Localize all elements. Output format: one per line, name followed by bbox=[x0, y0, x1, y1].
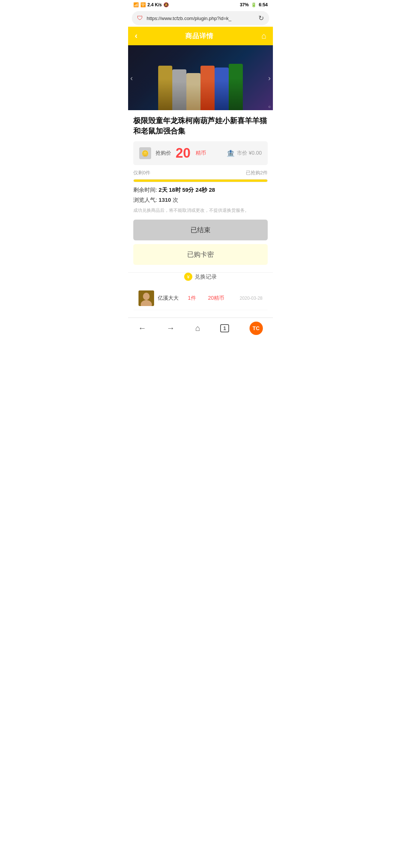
speed-text: 2.4 K/s bbox=[147, 2, 162, 7]
image-next-arrow[interactable]: › bbox=[268, 73, 271, 82]
views-row: 浏览人气: 1310 次 bbox=[133, 197, 268, 204]
record-username: 亿溪大大 bbox=[158, 295, 181, 302]
stock-sold-text: 已抢购2件 bbox=[246, 170, 268, 176]
timer-minutes: 59分 bbox=[182, 187, 194, 193]
timer-ms: 28 bbox=[209, 187, 215, 193]
nav-back-button[interactable]: ← bbox=[138, 323, 146, 333]
record-item: 亿溪大大 1件 20精币 2020-03-28 bbox=[133, 287, 268, 310]
home-button[interactable]: ⌂ bbox=[261, 31, 266, 41]
app-header: ‹ 商品详情 ⌂ bbox=[128, 27, 273, 45]
exchange-icon-symbol: ¥ bbox=[187, 274, 189, 280]
hero-overlay bbox=[128, 45, 273, 110]
progress-bar bbox=[133, 179, 268, 182]
purchased-button[interactable]: 已购卡密 bbox=[133, 244, 268, 265]
reload-icon[interactable]: ↻ bbox=[258, 14, 264, 22]
hero-image: ‹ › © bbox=[128, 45, 273, 110]
stock-left-text: 仅剩0件 bbox=[133, 170, 150, 176]
wifi-icon: 🛜 bbox=[140, 2, 146, 7]
battery-text: 37% bbox=[240, 2, 249, 7]
timer-hours: 18时 bbox=[169, 187, 181, 193]
logo-circle: TC bbox=[250, 322, 263, 335]
price-unit: 精币 bbox=[196, 150, 206, 157]
mute-icon: 🔕 bbox=[163, 2, 169, 7]
exchange-title: 兑换记录 bbox=[195, 273, 217, 280]
signal-icon: 📶 bbox=[133, 2, 139, 7]
views-label: 浏览人气: bbox=[133, 197, 157, 203]
page-title: 商品详情 bbox=[185, 32, 213, 40]
nav-tab-button[interactable]: 1 bbox=[220, 324, 229, 332]
back-button[interactable]: ‹ bbox=[135, 31, 137, 41]
user-avatar bbox=[138, 290, 154, 306]
ended-button[interactable]: 已结束 bbox=[133, 220, 268, 240]
market-icon: 🏦 bbox=[226, 149, 235, 157]
nav-home-icon: ⌂ bbox=[195, 323, 200, 333]
product-content: 极限毁童年龙珠柯南葫芦娃小新喜羊羊猫和老鼠加强合集 🪙 抢购价 20 精币 🏦 … bbox=[128, 110, 273, 265]
record-date: 2020-03-28 bbox=[233, 296, 263, 301]
status-right: 37% 🔋 6:54 bbox=[240, 2, 268, 7]
timer-seconds: 24秒 bbox=[196, 187, 208, 193]
market-price-text: 市价 ¥0.00 bbox=[237, 150, 262, 157]
exchange-section: ¥ 兑换记录 亿溪大大 1件 20精币 2020-03-28 bbox=[128, 272, 273, 310]
image-prev-arrow[interactable]: ‹ bbox=[130, 73, 133, 82]
nav-tab-count: 1 bbox=[223, 325, 226, 331]
exchange-icon: ¥ bbox=[184, 273, 192, 281]
time-text: 6:54 bbox=[259, 2, 268, 7]
timer-row: 剩余时间: 2天 18时 59分 24秒 28 bbox=[133, 187, 268, 194]
status-bar: 📶 🛜 2.4 K/s 🔕 37% 🔋 6:54 bbox=[128, 0, 273, 10]
price-label: 抢购价 bbox=[156, 150, 171, 157]
record-quantity: 1件 bbox=[185, 295, 199, 302]
market-price-area: 🏦 市价 ¥0.00 bbox=[226, 149, 262, 157]
price-coin-icon: 🪙 bbox=[139, 147, 151, 159]
timer-days: 2天 bbox=[159, 187, 167, 193]
nav-home-button[interactable]: ⌂ bbox=[195, 323, 200, 333]
bottom-nav: ← → ⌂ 1 TC bbox=[128, 318, 273, 341]
record-coins: 20精币 bbox=[203, 295, 229, 302]
exchange-header: ¥ 兑换记录 bbox=[133, 273, 268, 281]
nav-forward-icon: → bbox=[167, 323, 175, 333]
url-text: https://www.tcfzb.com/plugin.php?id=k_ bbox=[147, 16, 255, 21]
progress-bar-fill bbox=[134, 180, 267, 182]
views-unit: 次 bbox=[173, 197, 178, 203]
timer-label: 剩余时间: bbox=[133, 187, 157, 193]
notice-text: 成功兑换商品后，将不能取消或更改，不提供退换货服务。 bbox=[133, 207, 268, 214]
browser-bar[interactable]: 🛡 https://www.tcfzb.com/plugin.php?id=k_… bbox=[132, 11, 269, 25]
nav-back-icon: ← bbox=[138, 323, 146, 333]
product-title: 极限毁童年龙珠柯南葫芦娃小新喜羊羊猫和老鼠加强合集 bbox=[133, 115, 268, 136]
stock-row: 仅剩0件 已抢购2件 bbox=[133, 170, 268, 176]
price-number: 20 bbox=[176, 147, 190, 160]
price-box: 🪙 抢购价 20 精币 🏦 市价 ¥0.00 bbox=[133, 141, 268, 165]
market-price-value: ¥0.00 bbox=[249, 150, 262, 156]
nav-forward-button[interactable]: → bbox=[167, 323, 175, 333]
market-price-label: 市价 bbox=[237, 150, 247, 156]
svg-point-1 bbox=[143, 293, 150, 300]
views-count: 1310 bbox=[159, 197, 171, 203]
nav-logo-button[interactable]: TC bbox=[250, 322, 263, 335]
battery-icon: 🔋 bbox=[251, 2, 257, 7]
shield-icon: 🛡 bbox=[137, 15, 143, 22]
image-watermark: © bbox=[268, 105, 271, 109]
status-left: 📶 🛜 2.4 K/s 🔕 bbox=[133, 2, 169, 7]
